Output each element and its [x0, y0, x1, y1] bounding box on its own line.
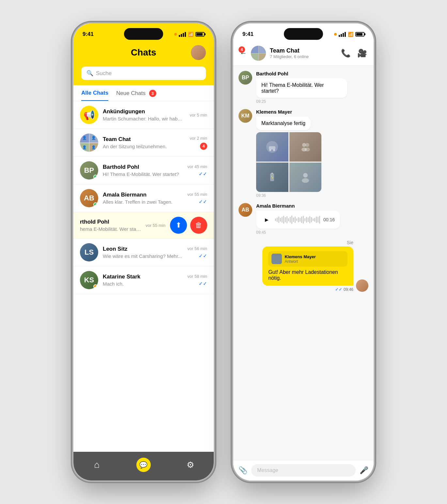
play-button[interactable]: ▶	[261, 214, 272, 225]
message-own: Sie Klemens Mayer Antwort Gut! Aber mehr…	[239, 240, 368, 292]
nav-chat[interactable]: 💬	[136, 457, 151, 473]
swipe-actions: ⬆ 🗑	[170, 217, 207, 234]
search-wrap: 🔍 Suche	[73, 67, 214, 85]
delete-button[interactable]: 🗑	[190, 217, 207, 234]
barthold-name: Barthold Pohl	[103, 164, 183, 170]
status-time: 9:41	[83, 31, 94, 38]
own-bubble-wrap: Sie Klemens Mayer Antwort Gut! Aber mehr…	[262, 240, 353, 292]
team-chat-nav-info: Team Chat 7 Mitglieder, 6 online	[270, 47, 337, 59]
video-call-button[interactable]: 🎥	[357, 49, 367, 58]
user-avatar[interactable]	[191, 45, 206, 60]
msg-content-barthold: Barthold Pohl Hi! Thema E-Mobilität. Wer…	[256, 71, 347, 104]
phone-call-button[interactable]: 📞	[341, 49, 351, 58]
search-bar[interactable]: 🔍 Suche	[81, 67, 206, 80]
message-barthold: BP Barthold Pohl Hi! Thema E-Mobilität. …	[239, 71, 368, 104]
back-button[interactable]: ← 4	[240, 49, 247, 57]
image-charger	[256, 163, 288, 192]
svg-rect-1	[269, 146, 275, 150]
team-chat-avatar: 👤 👤 👤 👤	[80, 134, 98, 152]
msg-content-amala: Amala Biermann ▶	[256, 203, 340, 235]
chat-item-leon[interactable]: LS Leon Sitz Wie wäre es mit Carsharing?…	[73, 239, 214, 266]
katarine-name: Katarine Stark	[103, 274, 183, 280]
chat-list: 📢 Ankündigungen Martin Schumacher: Hallo…	[73, 101, 214, 452]
barthold-swipe-time-wrap: vor 55 min	[146, 223, 165, 228]
dynamic-island	[124, 28, 163, 40]
status-dot	[174, 33, 177, 36]
own-check-icon: ✓✓	[335, 287, 342, 292]
team-chat-title: Team Chat	[270, 47, 337, 54]
msg-avatar-barthold: BP	[239, 71, 252, 85]
back-badge: 4	[239, 46, 245, 53]
status-icons-2: 📶	[334, 32, 364, 37]
chat-item-team-chat[interactable]: 👤 👤 👤 👤 Team Chat An der Sitzung teilzun…	[73, 129, 214, 157]
nav-settings[interactable]: ⚙	[182, 457, 198, 473]
signal-bars	[179, 32, 186, 37]
barthold-info: Barthold Pohl Hi! Thema E-Mobilität. Wer…	[103, 164, 183, 177]
tab-neue-chats[interactable]: Neue Chats 3	[116, 90, 156, 101]
team-chat-screen: ← 4 Team Chat 7 Mitglieder, 6 online 📞 🎥	[233, 42, 374, 480]
leon-check: ✓✓	[199, 253, 207, 259]
leon-preview: Wie wäre es mit Carsharing? Mehr...	[103, 253, 183, 259]
message-input-bar: 📎 Message 🎤	[233, 460, 374, 480]
barthold-meta: vor 45 min ✓✓	[187, 164, 207, 177]
microphone-button[interactable]: 🎤	[360, 466, 368, 475]
chat-item-amala[interactable]: AB Amala Biermann Alles klar. Treffen in…	[73, 184, 214, 212]
battery-icon-2	[355, 32, 364, 37]
katarine-preview: Mach ich.	[103, 281, 183, 287]
chat-item-barthold[interactable]: BP Barthold Pohl Hi! Thema E-Mobilität. …	[73, 157, 214, 184]
neue-chats-badge: 3	[149, 90, 156, 97]
svg-point-10	[303, 173, 308, 178]
katarine-check: ✓✓	[199, 281, 207, 287]
search-icon: 🔍	[86, 70, 93, 77]
message-klemens: KM Klemens Mayer Marktanalyse fertig	[239, 109, 368, 198]
reply-label: Antwort	[285, 259, 316, 264]
team-chat-badge: 4	[200, 143, 207, 150]
reply-sender-name: Klemens Mayer	[285, 254, 316, 259]
settings-icon: ⚙	[187, 460, 194, 470]
team-chat-info: Team Chat An der Sitzung teilzunehmen.	[103, 136, 185, 149]
barthold-swipe-preview: hema E-Mobilität. Wer startet?	[80, 226, 141, 232]
chat-item-barthold-swipe[interactable]: rthold Pohl hema E-Mobilität. Wer starte…	[73, 212, 214, 239]
message-amala: AB Amala Biermann ▶	[239, 203, 368, 235]
announcements-time: vor 5 min	[190, 113, 207, 118]
amala-name: Amala Biermann	[103, 192, 183, 198]
barthold-online-dot	[93, 175, 98, 179]
message-input[interactable]: Message	[251, 464, 356, 477]
amala-preview: Alles klar. Treffen in zwei Tagen.	[103, 199, 183, 205]
barthold-swipe-info: rthold Pohl hema E-Mobilität. Wer starte…	[80, 219, 141, 232]
chat-item-katarine[interactable]: KS Katarine Stark Mach ich. vor 58 min ✓…	[73, 266, 214, 294]
announcements-preview: Martin Schumacher: Hallo, wir haben Neui…	[103, 116, 185, 121]
amala-avatar: AB	[80, 189, 98, 207]
announcements-name: Ankündigungen	[103, 108, 185, 115]
chat-nav: ← 4 Team Chat 7 Mitglieder, 6 online 📞 🎥	[233, 42, 374, 66]
phone-chats: 9:41 📶 Chats 🔍 Suche	[73, 24, 214, 480]
barthold-swipe-name: rthold Pohl	[80, 219, 141, 225]
leon-meta: vor 56 min ✓✓	[187, 246, 207, 259]
svg-point-2	[269, 149, 271, 151]
attach-button[interactable]: 📎	[239, 466, 247, 475]
chats-screen: Chats 🔍 Suche Alle Chats Neue Chats 3	[73, 42, 214, 480]
own-bubble: Klemens Mayer Antwort Gut! Aber mehr Lad…	[262, 246, 353, 286]
image-people	[289, 132, 322, 162]
status-icons: 📶	[174, 32, 205, 37]
msg-sender-klemens: Klemens Mayer	[256, 109, 321, 115]
battery-icon	[195, 32, 205, 37]
msg-avatar-amala: AB	[239, 203, 252, 217]
nav-home[interactable]: ⌂	[89, 457, 105, 473]
barthold-time: vor 45 min	[187, 164, 207, 169]
tab-alle-chats[interactable]: Alle Chats	[81, 90, 108, 101]
amala-check: ✓✓	[199, 199, 207, 205]
msg-time-barthold: 09:25	[256, 99, 347, 104]
msg-sender-barthold: Barthold Pohl	[256, 71, 347, 76]
announcements-avatar: 📢	[80, 106, 98, 124]
leon-time: vor 56 min	[187, 246, 207, 251]
svg-point-7	[305, 148, 310, 151]
waveform	[275, 215, 320, 224]
share-button[interactable]: ⬆	[170, 217, 187, 234]
status-dot-2	[334, 33, 337, 36]
chat-item-announcements[interactable]: 📢 Ankündigungen Martin Schumacher: Hallo…	[73, 101, 214, 129]
signal-bars-2	[339, 32, 346, 37]
barthold-preview: Hi! Thema E-Mobilität. Wer startet?	[103, 171, 183, 177]
katarine-meta: vor 58 min ✓✓	[187, 274, 207, 287]
svg-point-5	[305, 143, 309, 147]
